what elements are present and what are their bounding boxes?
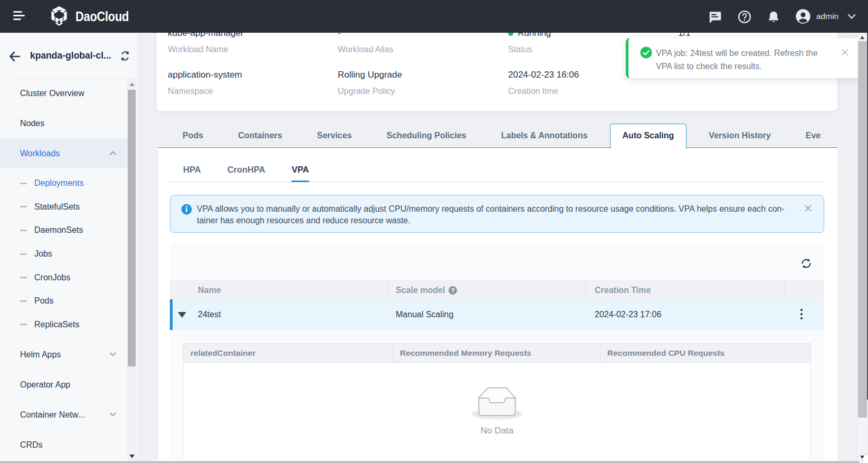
vpa-alert-text: VPA allows you to manually or automatica… <box>197 203 788 226</box>
tab-labels-annotations[interactable]: Labels & Annotations <box>484 124 605 148</box>
tab-version-history[interactable]: Version History <box>691 124 788 148</box>
sidebar-item-cronjobs[interactable]: CronJobs <box>0 266 127 289</box>
tab-events[interactable]: Eve <box>788 124 838 148</box>
sidebar-item-workloads[interactable]: Workloads <box>0 138 127 168</box>
column-header-related-container: relatedContainer <box>184 344 393 362</box>
dash-icon <box>20 230 27 231</box>
question-circle-icon[interactable]: ? <box>449 286 457 295</box>
daocloud-cube-icon <box>47 5 71 28</box>
tab-pods[interactable]: Pods <box>165 124 221 148</box>
dash-icon <box>20 324 27 325</box>
tab-services[interactable]: Services <box>300 124 369 148</box>
column-header-scale-model[interactable]: Scale model? <box>388 281 586 299</box>
cluster-name[interactable]: kpanda-global-cl... <box>30 50 119 61</box>
chevron-down-icon <box>109 412 117 417</box>
page-scrollbar[interactable] <box>858 33 867 463</box>
tab-scheduling-policies[interactable]: Scheduling Policies <box>369 124 484 148</box>
collapse-row-caret-icon[interactable] <box>178 312 186 318</box>
sidebar-item-statefulsets[interactable]: StatefulSets <box>0 195 127 219</box>
dash-icon <box>20 253 27 255</box>
username-label[interactable]: admin <box>816 12 838 21</box>
toast-message: VPA job: 24test will be created. Refresh… <box>656 46 825 73</box>
sidebar-item-deployments[interactable]: Deployments <box>0 172 127 195</box>
row-actions-kebab-icon[interactable] <box>795 308 808 321</box>
status-label: Status <box>508 45 551 54</box>
back-arrow-icon[interactable] <box>8 50 21 63</box>
auto-scaling-panel: HPA CronHPA VPA VPA allows you to manual… <box>158 148 837 463</box>
sidebar-item-helm-apps[interactable]: Helm Apps <box>0 339 127 370</box>
main-content: kube-app-manager Workload Name - Workloa… <box>137 33 868 463</box>
tab-auto-scaling[interactable]: Auto Scaling <box>605 124 692 148</box>
column-header-name[interactable]: Name <box>170 281 388 299</box>
subtab-vpa[interactable]: VPA <box>279 157 322 182</box>
column-header-creation-time[interactable]: Creation Time <box>586 281 785 299</box>
toast-close-icon[interactable] <box>841 48 849 56</box>
empty-inbox-icon <box>471 387 523 420</box>
sidebar-item-pods[interactable]: Pods <box>0 289 127 313</box>
no-data-label: No Data <box>481 426 513 436</box>
sidebar-scrollbar[interactable] <box>127 78 136 463</box>
dash-icon <box>20 277 27 278</box>
namespace-value: application-system <box>168 70 242 80</box>
refresh-icon[interactable] <box>800 258 812 269</box>
dash-icon <box>20 183 27 184</box>
vpa-info-alert: VPA allows you to manually or automatica… <box>170 195 824 233</box>
tab-containers[interactable]: Containers <box>221 124 300 148</box>
scroll-up-arrow-icon[interactable] <box>860 36 864 39</box>
chevron-down-icon <box>109 352 117 357</box>
sidebar-item-crds[interactable]: CRDs <box>0 430 127 460</box>
sidebar-item-daemonsets[interactable]: DaemonSets <box>0 219 127 242</box>
brand-name: DaoCloud <box>75 8 129 25</box>
workload-name-label: Workload Name <box>168 45 244 54</box>
creation-time-value: 2024-02-23 16:06 <box>508 70 579 80</box>
workload-tabs: Pods Containers Services Scheduling Poli… <box>158 119 837 148</box>
vpa-table: Name Scale model? Creation Time 24test M… <box>170 280 824 330</box>
empty-state: No Data <box>183 363 811 461</box>
bottom-window-band <box>0 461 859 463</box>
dash-icon <box>20 300 27 302</box>
vpa-table-card: Name Scale model? Creation Time 24test M… <box>170 243 824 463</box>
sidebar-item-replicasets[interactable]: ReplicaSets <box>0 313 127 337</box>
success-check-icon <box>640 46 652 59</box>
help-icon[interactable] <box>738 10 751 24</box>
chevron-up-icon <box>109 150 117 156</box>
table-row[interactable]: 24test Manual Scaling 2024-02-23 17:06 <box>170 299 824 330</box>
namespace-label: Namespace <box>168 87 242 96</box>
subtab-hpa[interactable]: HPA <box>170 157 214 182</box>
notifications-bell-icon[interactable] <box>767 10 780 24</box>
messages-icon[interactable] <box>708 10 722 24</box>
subtab-cronhpa[interactable]: CronHPA <box>214 157 279 182</box>
sidebar-item-operator-app[interactable]: Operator App <box>0 370 127 400</box>
column-header-cpu-requests: Recommended CPU Requests <box>600 344 810 362</box>
info-icon <box>181 204 192 215</box>
brand-logo[interactable]: DaoCloud <box>47 5 139 28</box>
upgrade-policy-label: Upgrade Policy <box>338 87 402 96</box>
scroll-up-arrow-icon[interactable] <box>129 82 135 86</box>
sidebar-menu: Cluster Overview Nodes Workloads Deploym… <box>0 78 127 460</box>
subtab-divider <box>170 182 824 183</box>
user-menu-chevron-down-icon[interactable] <box>847 13 856 20</box>
row-scale-model-cell: Manual Scaling <box>388 310 586 319</box>
sidebar-item-cluster-overview[interactable]: Cluster Overview <box>0 78 127 108</box>
sidebar-item-nodes[interactable]: Nodes <box>0 108 127 138</box>
scrollbar-thumb[interactable] <box>858 41 867 418</box>
dash-icon <box>20 206 27 207</box>
switch-cluster-icon[interactable] <box>119 50 131 62</box>
menu-hamburger-icon[interactable] <box>13 11 26 22</box>
auto-scaling-subtabs: HPA CronHPA VPA <box>170 157 322 182</box>
success-toast: VPA job: 24test will be created. Refresh… <box>626 38 862 78</box>
sidebar-item-jobs[interactable]: Jobs <box>0 242 127 266</box>
row-name-cell: 24test <box>170 310 388 319</box>
corner-widget <box>863 455 868 463</box>
vpa-table-header: Name Scale model? Creation Time <box>170 280 824 299</box>
recommendation-table-header: relatedContainer Recommended Memory Requ… <box>183 343 811 363</box>
column-header-actions <box>785 281 824 299</box>
column-header-memory-requests: Recommended Memory Requests <box>393 344 600 362</box>
scrollbar-thumb[interactable] <box>128 90 136 366</box>
alert-close-icon[interactable] <box>804 204 812 212</box>
user-avatar[interactable] <box>796 9 809 23</box>
sidebar: kpanda-global-cl... Cluster Overview Nod… <box>0 33 137 463</box>
workload-alias-label: Workload Alias <box>338 45 394 54</box>
sidebar-item-container-network[interactable]: Container Netw... <box>0 400 127 430</box>
scroll-down-arrow-icon[interactable] <box>129 455 135 458</box>
